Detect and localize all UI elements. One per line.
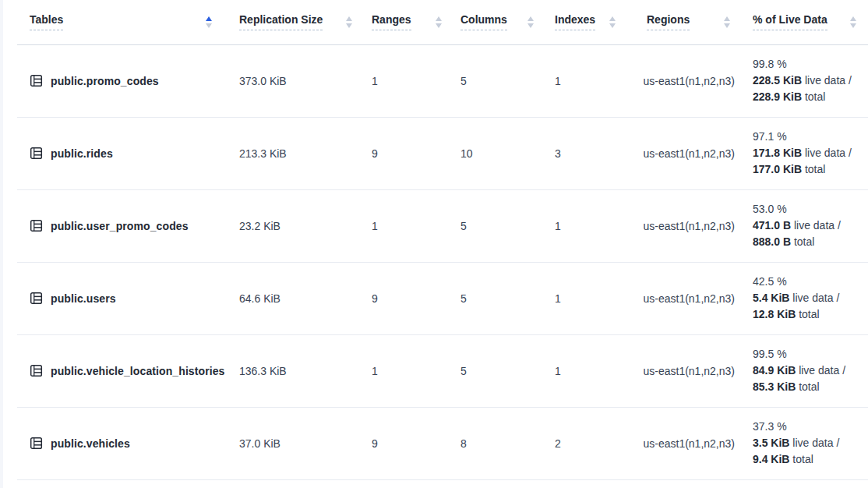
- column-header-ranges[interactable]: Ranges: [364, 13, 453, 30]
- total-data-size-line: 888.0 B total: [753, 234, 868, 250]
- sort-arrows-icon[interactable]: [724, 16, 730, 28]
- indexes-cell: 1: [545, 262, 627, 334]
- replication-size-cell: 213.3 KiB: [224, 117, 364, 189]
- columns-cell: 5: [453, 44, 545, 117]
- column-header-label: Indexes: [555, 13, 595, 30]
- regions-cell: us-east1(n1,n2,n3): [627, 262, 742, 334]
- column-header-label: Columns: [460, 13, 507, 30]
- live-data-size-line: 228.5 KiB live data /: [753, 72, 868, 89]
- regions-cell: us-east1(n1,n2,n3): [627, 117, 742, 189]
- columns-cell: 5: [453, 334, 545, 407]
- table-row[interactable]: public.rides 213.3 KiB 9 10 3 us-east1(n…: [17, 117, 868, 189]
- column-header-tables[interactable]: Tables: [17, 13, 224, 30]
- ranges-cell: 1: [364, 189, 453, 262]
- table-row[interactable]: public.vehicle_location_histories 136.3 …: [17, 334, 868, 407]
- sort-arrows-icon[interactable]: [609, 16, 616, 28]
- columns-cell: 5: [453, 189, 545, 262]
- sort-arrows-icon[interactable]: [206, 16, 212, 28]
- live-data-cell: 97.1 % 171.8 KiB live data / 177.0 KiB t…: [742, 117, 868, 189]
- table-grid-icon: [30, 292, 43, 305]
- live-data-size-line: 171.8 KiB live data /: [753, 145, 868, 161]
- live-data-cell: 99.8 % 228.5 KiB live data / 228.9 KiB t…: [742, 44, 868, 117]
- indexes-cell: 1: [545, 189, 627, 262]
- columns-cell: 10: [453, 117, 545, 189]
- table-name-link[interactable]: public.rides: [51, 147, 113, 160]
- column-header-columns[interactable]: Columns: [453, 13, 545, 30]
- column-header-live-data[interactable]: % of Live Data: [742, 13, 868, 30]
- table-grid-icon: [30, 219, 43, 232]
- columns-cell: 8: [453, 407, 545, 479]
- sort-arrows-icon[interactable]: [346, 16, 352, 28]
- replication-size-cell: 64.6 KiB: [224, 262, 364, 334]
- indexes-cell: 3: [545, 117, 627, 189]
- total-data-size-line: 177.0 KiB total: [753, 161, 868, 178]
- regions-cell: us-east1(n1,n2,n3): [627, 407, 742, 479]
- total-data-size-line: 228.9 KiB total: [753, 89, 868, 105]
- table-grid-icon: [30, 364, 43, 377]
- table-row[interactable]: public.users 64.6 KiB 9 5 1 us-east1(n1,…: [17, 262, 868, 334]
- ranges-cell: 1: [364, 334, 453, 407]
- page-left-gutter: [0, 0, 3, 488]
- column-header-regions[interactable]: Regions: [627, 13, 742, 30]
- ranges-cell: 1: [364, 44, 453, 117]
- live-data-size-line: 3.5 KiB live data /: [753, 435, 868, 451]
- column-header-label: % of Live Data: [753, 13, 827, 30]
- live-data-cell: 99.5 % 84.9 KiB live data / 85.3 KiB tot…: [742, 334, 868, 407]
- sort-arrows-icon[interactable]: [528, 16, 534, 28]
- live-data-size-line: 5.4 KiB live data /: [753, 290, 868, 306]
- column-header-label: Replication Size: [239, 13, 323, 30]
- total-data-size-line: 12.8 KiB total: [753, 306, 868, 323]
- table-row[interactable]: public.promo_codes 373.0 KiB 1 5 1 us-ea…: [17, 44, 868, 117]
- live-data-size-line: 84.9 KiB live data /: [753, 362, 868, 379]
- regions-cell: us-east1(n1,n2,n3): [627, 189, 742, 262]
- live-data-percent: 97.1 %: [753, 129, 868, 145]
- regions-cell: us-east1(n1,n2,n3): [627, 334, 742, 407]
- tables-list-page: Tables Replication Size Ranges Columns I…: [0, 0, 868, 488]
- column-header-indexes[interactable]: Indexes: [545, 13, 627, 30]
- live-data-percent: 42.5 %: [753, 274, 868, 290]
- ranges-cell: 9: [364, 262, 453, 334]
- live-data-percent: 99.8 %: [753, 56, 868, 72]
- replication-size-cell: 37.0 KiB: [224, 407, 364, 479]
- table-header-row: Tables Replication Size Ranges Columns I…: [17, 0, 868, 44]
- table-name-link[interactable]: public.promo_codes: [51, 75, 159, 87]
- replication-size-cell: 136.3 KiB: [224, 334, 364, 407]
- sort-arrows-icon[interactable]: [850, 16, 856, 28]
- table-row[interactable]: public.vehicles 37.0 KiB 9 8 2 us-east1(…: [17, 407, 868, 479]
- table-name-link[interactable]: public.vehicles: [51, 437, 130, 450]
- indexes-cell: 1: [545, 44, 627, 117]
- replication-size-cell: 373.0 KiB: [224, 44, 364, 117]
- live-data-percent: 99.5 %: [753, 346, 868, 362]
- ranges-cell: 9: [364, 117, 453, 189]
- regions-cell: us-east1(n1,n2,n3): [627, 44, 742, 117]
- table-row[interactable]: public.user_promo_codes 23.2 KiB 1 5 1 u…: [17, 189, 868, 262]
- ranges-cell: 9: [364, 407, 453, 479]
- table-name-link[interactable]: public.user_promo_codes: [51, 220, 189, 232]
- column-header-label: Tables: [30, 13, 63, 30]
- replication-size-cell: 23.2 KiB: [224, 189, 364, 262]
- table-grid-icon: [30, 437, 43, 450]
- total-data-size-line: 9.4 KiB total: [753, 451, 868, 468]
- column-header-replication-size[interactable]: Replication Size: [224, 13, 364, 30]
- column-header-label: Regions: [647, 13, 690, 30]
- live-data-cell: 37.3 % 3.5 KiB live data / 9.4 KiB total: [742, 407, 868, 479]
- sort-arrows-icon[interactable]: [436, 16, 442, 28]
- live-data-cell: 42.5 % 5.4 KiB live data / 12.8 KiB tota…: [742, 262, 868, 334]
- table-grid-icon: [30, 74, 43, 87]
- live-data-cell: 53.0 % 471.0 B live data / 888.0 B total: [742, 189, 868, 262]
- live-data-size-line: 471.0 B live data /: [753, 217, 868, 234]
- columns-cell: 5: [453, 262, 545, 334]
- indexes-cell: 2: [545, 407, 627, 479]
- database-tables-table: Tables Replication Size Ranges Columns I…: [17, 0, 868, 480]
- live-data-percent: 53.0 %: [753, 201, 868, 217]
- table-grid-icon: [30, 147, 43, 160]
- column-header-label: Ranges: [372, 13, 411, 30]
- live-data-percent: 37.3 %: [753, 419, 868, 435]
- table-name-link[interactable]: public.vehicle_location_histories: [51, 365, 224, 377]
- total-data-size-line: 85.3 KiB total: [753, 379, 868, 395]
- table-name-link[interactable]: public.users: [51, 292, 116, 305]
- indexes-cell: 1: [545, 334, 627, 407]
